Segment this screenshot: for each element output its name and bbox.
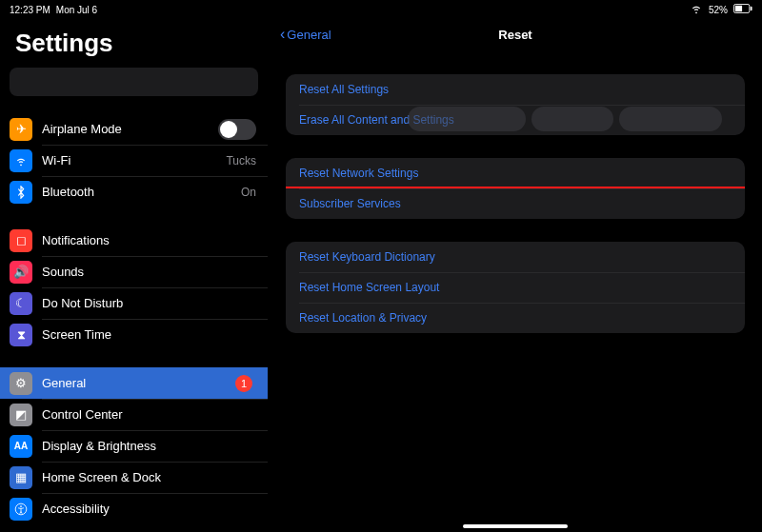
sidebar-item-label: Control Center xyxy=(42,407,256,422)
page-title: Settings xyxy=(0,17,268,68)
nav-bar: ‹ General Reset xyxy=(280,17,751,51)
wifi-icon xyxy=(10,149,32,172)
sidebar-item-display[interactable]: AA Display & Brightness xyxy=(0,430,268,462)
sidebar-item-label: Airplane Mode xyxy=(42,122,218,136)
reset-home-screen-layout-row[interactable]: Reset Home Screen Layout xyxy=(286,272,745,303)
svg-rect-2 xyxy=(751,7,752,11)
grid-icon: ▦ xyxy=(10,466,32,489)
svg-rect-1 xyxy=(735,6,742,11)
sidebar-item-label: Wi-Fi xyxy=(42,153,226,167)
subscriber-services-row[interactable]: Subscriber Services xyxy=(286,188,745,219)
svg-point-4 xyxy=(20,505,22,507)
reset-keyboard-dictionary-row[interactable]: Reset Keyboard Dictionary xyxy=(286,242,745,272)
status-bar: 12:23 PM Mon Jul 6 52% xyxy=(0,0,762,17)
settings-sidebar: Settings ✈ Airplane Mode Wi-Fi Tucks Blu… xyxy=(0,17,269,532)
sidebar-item-screen-time[interactable]: ⧗ Screen Time xyxy=(0,319,268,350)
hourglass-icon: ⧗ xyxy=(10,324,32,346)
row-label: Reset All Settings xyxy=(299,83,389,96)
redaction-overlay xyxy=(619,107,722,131)
sidebar-item-label: Display & Brightness xyxy=(42,439,256,453)
sidebar-item-airplane[interactable]: ✈ Airplane Mode xyxy=(0,113,268,145)
nav-title: Reset xyxy=(498,28,531,42)
row-label: Reset Network Settings xyxy=(299,167,418,180)
status-date: Mon Jul 6 xyxy=(56,5,97,15)
sidebar-item-home-screen[interactable]: ▦ Home Screen & Dock xyxy=(0,462,268,493)
wifi-value: Tucks xyxy=(226,154,256,167)
status-time: 12:23 PM xyxy=(10,5,50,15)
reset-group-3: Reset Keyboard Dictionary Reset Home Scr… xyxy=(286,242,745,333)
sidebar-item-label: General xyxy=(42,376,235,390)
sidebar-item-dnd[interactable]: ☾ Do Not Disturb xyxy=(0,287,268,319)
bluetooth-value: On xyxy=(241,186,256,199)
sidebar-item-label: Do Not Disturb xyxy=(42,296,256,310)
bluetooth-icon xyxy=(10,181,32,204)
battery-icon xyxy=(733,4,752,15)
redaction-overlay xyxy=(531,107,613,131)
reset-all-settings-row[interactable]: Reset All Settings xyxy=(286,74,745,105)
airplane-toggle[interactable] xyxy=(218,119,256,140)
redaction-overlay xyxy=(408,107,526,131)
wifi-icon xyxy=(690,2,703,17)
search-input[interactable] xyxy=(10,68,258,96)
row-label: Reset Keyboard Dictionary xyxy=(299,250,435,264)
sounds-icon: 🔊 xyxy=(10,261,32,284)
back-label: General xyxy=(287,28,331,42)
back-button[interactable]: ‹ General xyxy=(280,17,331,51)
sidebar-item-notifications[interactable]: ◻ Notifications xyxy=(0,225,268,256)
detail-pane: ‹ General Reset Reset All Settings Erase… xyxy=(269,17,762,532)
sidebar-item-label: Screen Time xyxy=(42,327,256,342)
accessibility-icon xyxy=(10,498,32,521)
home-indicator[interactable] xyxy=(463,524,568,528)
sidebar-item-control-center[interactable]: ◩ Control Center xyxy=(0,399,268,430)
sidebar-item-accessibility[interactable]: Accessibility xyxy=(0,493,268,524)
display-icon: AA xyxy=(10,435,32,458)
airplane-icon: ✈ xyxy=(10,118,32,141)
notification-badge: 1 xyxy=(235,375,252,392)
reset-group-2: Reset Network Settings Subscriber Servic… xyxy=(286,158,745,219)
gear-icon: ⚙ xyxy=(10,372,32,395)
sidebar-item-label: Bluetooth xyxy=(42,185,241,199)
sidebar-item-label: Sounds xyxy=(42,265,256,279)
reset-group-1: Reset All Settings Erase All Content and… xyxy=(286,74,745,135)
notifications-icon: ◻ xyxy=(10,229,32,252)
chevron-left-icon: ‹ xyxy=(280,26,285,43)
sidebar-item-label: Accessibility xyxy=(42,502,256,516)
sliders-icon: ◩ xyxy=(10,404,32,426)
battery-percent: 52% xyxy=(709,5,728,15)
row-label: Reset Location & Privacy xyxy=(299,311,427,325)
reset-network-settings-row[interactable]: Reset Network Settings xyxy=(286,158,745,188)
sidebar-item-label: Home Screen & Dock xyxy=(42,470,256,484)
sidebar-item-sounds[interactable]: 🔊 Sounds xyxy=(0,256,268,287)
reset-location-privacy-row[interactable]: Reset Location & Privacy xyxy=(286,303,745,333)
moon-icon: ☾ xyxy=(10,292,32,315)
sidebar-item-label: Notifications xyxy=(42,233,256,247)
sidebar-item-wifi[interactable]: Wi-Fi Tucks xyxy=(0,145,268,176)
row-label: Reset Home Screen Layout xyxy=(299,281,439,294)
row-label: Subscriber Services xyxy=(299,197,401,210)
sidebar-item-general[interactable]: ⚙ General 1 xyxy=(0,367,268,399)
sidebar-item-bluetooth[interactable]: Bluetooth On xyxy=(0,176,268,207)
